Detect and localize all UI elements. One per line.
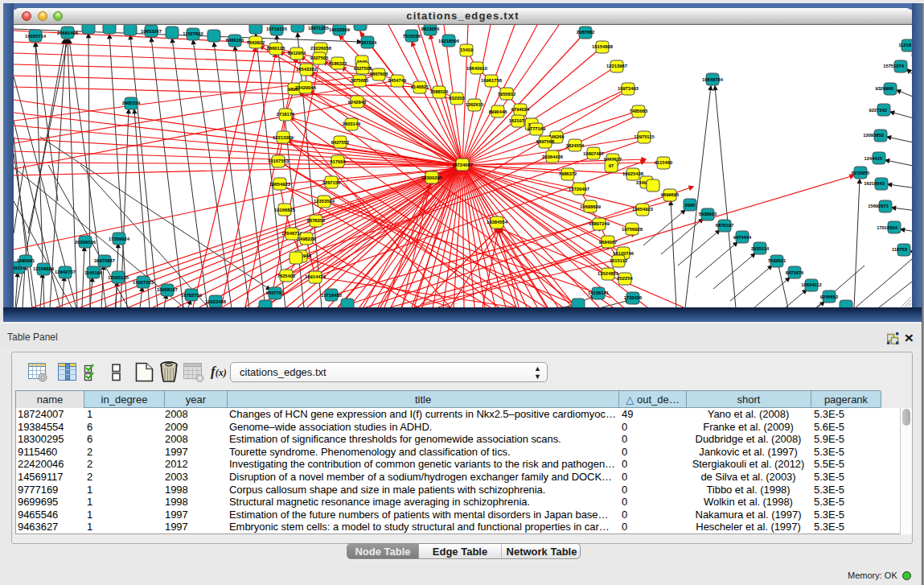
svg-text:15716485: 15716485 — [321, 293, 343, 298]
svg-text:9684067: 9684067 — [599, 240, 618, 245]
svg-text:2935114: 2935114 — [751, 246, 770, 251]
svg-text:19756928: 19756928 — [622, 227, 643, 232]
svg-text:3267150: 3267150 — [322, 180, 341, 185]
svg-text:12213389: 12213389 — [273, 135, 294, 140]
svg-text:19654923: 19654923 — [269, 182, 291, 187]
svg-text:1733426: 1733426 — [624, 295, 643, 300]
svg-text:10653267: 10653267 — [141, 29, 162, 34]
svg-text:2095: 2095 — [685, 203, 696, 208]
svg-text:14055714: 14055714 — [25, 34, 47, 39]
svg-text:417004: 417004 — [330, 159, 346, 164]
svg-text:12923468: 12923468 — [205, 299, 227, 304]
svg-text:18300295: 18300295 — [421, 175, 443, 180]
svg-text:9115460: 9115460 — [655, 160, 672, 165]
svg-text:7625402: 7625402 — [277, 274, 296, 278]
svg-text:8186323: 8186323 — [329, 61, 347, 66]
svg-text:8471676: 8471676 — [786, 270, 804, 275]
svg-text:16210643: 16210643 — [864, 181, 885, 186]
svg-text:12093852: 12093852 — [863, 133, 884, 138]
svg-text:17957223: 17957223 — [133, 280, 154, 285]
svg-text:1621072: 1621072 — [509, 118, 528, 123]
svg-text:9327508: 9327508 — [354, 66, 372, 71]
svg-text:39975887: 39975887 — [94, 258, 115, 263]
svg-text:16961758: 16961758 — [481, 78, 503, 83]
svg-text:10107553: 10107553 — [268, 159, 290, 163]
svg-text:7955812: 7955812 — [498, 92, 516, 97]
svg-text:20364436: 20364436 — [542, 154, 564, 159]
svg-text:8427552: 8427552 — [331, 140, 350, 145]
svg-text:16914479: 16914479 — [305, 274, 326, 279]
svg-text:7357224: 7357224 — [359, 40, 377, 45]
svg-text:9245652: 9245652 — [820, 295, 839, 299]
svg-text:9777169: 9777169 — [528, 126, 546, 131]
svg-text:15720407: 15720407 — [569, 187, 589, 192]
svg-text:11527602: 11527602 — [183, 31, 203, 36]
svg-text:7485063: 7485063 — [630, 109, 648, 113]
svg-text:6466160: 6466160 — [226, 38, 244, 43]
svg-text:97: 97 — [609, 163, 614, 168]
svg-text:14136141: 14136141 — [588, 290, 610, 295]
svg-text:9329966: 9329966 — [875, 86, 893, 91]
svg-text:10648784: 10648784 — [702, 77, 724, 82]
svg-text:6794024: 6794024 — [511, 107, 530, 112]
svg-text:7632621: 7632621 — [768, 258, 786, 263]
svg-text:2603144: 2603144 — [343, 122, 361, 126]
svg-text:15692971: 15692971 — [868, 204, 889, 208]
svg-text:20691406: 20691406 — [57, 31, 79, 35]
svg-text:17359924: 17359924 — [109, 237, 130, 241]
svg-text:11218: 11218 — [898, 43, 912, 47]
svg-text:23420046: 23420046 — [295, 85, 317, 90]
svg-text:9327505: 9327505 — [310, 56, 329, 60]
svg-text:18724007: 18724007 — [452, 163, 473, 167]
svg-text:10719155: 10719155 — [266, 27, 288, 31]
svg-text:8660128: 8660128 — [267, 46, 285, 51]
svg-text:16033809: 16033809 — [329, 27, 351, 32]
svg-text:8454749: 8454749 — [388, 78, 407, 83]
svg-text:19384554: 19384554 — [487, 220, 508, 225]
svg-text:1685061: 1685061 — [17, 258, 35, 263]
svg-text:1615112: 1615112 — [610, 258, 627, 263]
svg-text:10671355: 10671355 — [308, 26, 330, 31]
svg-text:16154808: 16154808 — [592, 44, 614, 49]
svg-text:15419: 15419 — [460, 47, 474, 52]
svg-text:7986372: 7986372 — [559, 171, 577, 176]
svg-text:3875685: 3875685 — [351, 78, 369, 83]
svg-text:2905334: 2905334 — [122, 101, 141, 105]
svg-text:1498222: 1498222 — [298, 237, 316, 241]
svg-text:12213967: 12213967 — [606, 64, 627, 68]
svg-text:9699695: 9699695 — [661, 192, 680, 197]
svg-text:9227342: 9227342 — [869, 108, 887, 113]
svg-text:16543382: 16543382 — [296, 67, 317, 72]
svg-text:18807249: 18807249 — [589, 221, 610, 226]
svg-text:8678352: 8678352 — [307, 218, 326, 223]
svg-text:12942737: 12942737 — [55, 270, 76, 274]
svg-text:5938923: 5938923 — [699, 212, 717, 216]
svg-text:832203: 832203 — [449, 96, 465, 101]
svg-text:2718176: 2718176 — [277, 112, 295, 117]
svg-text:7663822: 7663822 — [247, 40, 265, 45]
svg-text:116753: 116753 — [892, 247, 908, 252]
svg-text:10973493: 10973493 — [618, 86, 639, 91]
svg-text:10807487: 10807487 — [583, 151, 604, 156]
svg-text:12353594: 12353594 — [314, 199, 335, 204]
svg-text:6897568: 6897568 — [536, 139, 555, 144]
svg-text:8813054: 8813054 — [421, 27, 440, 31]
svg-text:10958187: 10958187 — [157, 287, 178, 292]
svg-text:10688609: 10688609 — [580, 204, 602, 209]
svg-text:1362615: 1362615 — [466, 102, 484, 107]
svg-text:16782759: 16782759 — [181, 293, 203, 298]
svg-text:8215955: 8215955 — [852, 171, 870, 175]
svg-text:6879197: 6879197 — [716, 223, 734, 228]
svg-text:12975115: 12975115 — [634, 134, 655, 139]
svg-text:9474444: 9474444 — [733, 235, 752, 240]
svg-text:12505135: 12505135 — [108, 275, 129, 280]
svg-text:10654112: 10654112 — [801, 282, 821, 287]
svg-text:8990448: 8990448 — [489, 109, 507, 114]
svg-text:7515526: 7515526 — [403, 34, 421, 39]
svg-text:2087682: 2087682 — [577, 30, 595, 35]
svg-text:18640910: 18640910 — [466, 66, 487, 71]
svg-text:23226058: 23226058 — [310, 46, 332, 51]
svg-text:1244415: 1244415 — [864, 156, 882, 161]
svg-text:17016504: 17016504 — [877, 225, 898, 230]
svg-text:19166825: 19166825 — [274, 208, 296, 212]
